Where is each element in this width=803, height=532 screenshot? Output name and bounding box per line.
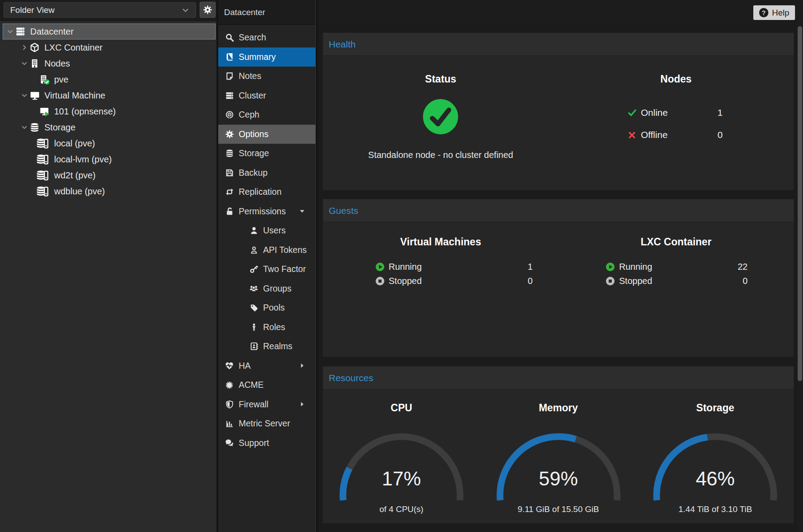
resources-panel: Resources CPU 17% of 4 CPU(s) Memory 59% [323,366,794,524]
guests-title: Guests [329,205,358,216]
content-scrollbar [797,24,803,532]
menu-item-cluster[interactable]: Cluster [218,86,315,106]
tree-item-storage-local[interactable]: local (pve) [3,135,216,151]
menu-item-acme[interactable]: ACME [218,375,315,395]
menu-item-notes[interactable]: Notes [218,67,315,86]
online-count: 1 [717,107,723,118]
tree-item-label: wd2t (pve) [54,170,95,181]
bar-chart-icon [224,419,235,428]
tree-item-pve[interactable]: pve [3,71,216,87]
menu-item-metric-server[interactable]: Metric Server [218,414,315,433]
view-mode-select[interactable]: Folder View [4,2,196,18]
status-message: Standalone node - no cluster defined [368,150,513,160]
monitor-icon [29,91,40,101]
tree-item-label: pve [54,75,68,85]
database-drive-icon [35,169,50,181]
tree-item-storage-local-lvm[interactable]: local-lvm (pve) [3,151,216,167]
chevron-down-icon[interactable] [6,28,15,35]
tree-item-datacenter[interactable]: Datacenter [3,24,216,39]
play-circle-icon [374,262,386,272]
menu-item-permissions[interactable]: Permissions [218,202,315,221]
health-title: Health [329,39,356,50]
tree-item-storage-wdblue[interactable]: wdblue (pve) [3,183,216,199]
menu-item-search[interactable]: Search [218,28,315,47]
cross-icon [627,131,638,139]
menu-item-ceph[interactable]: Ceph [218,105,315,125]
menu-item-firewall[interactable]: Firewall [218,395,315,414]
gear-icon [224,130,235,138]
menu-item-support[interactable]: Support [218,433,315,453]
datacenter-menu-panel: Datacenter Search Summary Notes Cluster … [218,0,316,532]
help-button[interactable]: ? Help [753,5,795,20]
menu-item-replication[interactable]: Replication [218,182,315,202]
menu-item-realms[interactable]: Realms [218,337,315,356]
search-icon [224,33,235,42]
guests-panel: Guests Virtual Machines Running 1 Stoppe… [323,199,794,357]
tree-item-label: 101 (opnsense) [54,106,116,117]
summary-content: Health Status Standalone node - no clust… [318,24,797,532]
person-icon [248,323,259,331]
user-icon [248,226,259,235]
tree-item-nodes[interactable]: Nodes [3,55,216,71]
lxc-running-row: Running 22 [605,260,748,274]
vm-running-count: 1 [527,262,532,272]
view-mode-value: Folder View [10,5,181,15]
storage-gauge-sublabel: 1.44 TiB of 3.10 TiB [678,505,752,514]
menu-item-roles[interactable]: Roles [218,318,315,337]
chevron-down-icon[interactable] [20,124,29,131]
memory-gauge: 59% [492,424,625,504]
tree-item-label: local-lvm (pve) [54,154,112,165]
tree-settings-button[interactable] [200,2,216,18]
menu-item-summary[interactable]: Summary [218,47,315,67]
scrollbar-thumb[interactable] [798,26,802,381]
storage-gauge-column: Storage 46% 1.44 TiB of 3.10 TiB [637,390,794,523]
floppy-icon [224,169,235,177]
menu-item-two-factor[interactable]: Two Factor [218,260,315,279]
tree-item-label: LXC Container [44,43,102,53]
cpu-gauge-sublabel: of 4 CPU(s) [379,505,423,514]
vm-stopped-row: Stopped 0 [374,274,533,288]
caret-right-icon[interactable] [299,401,306,408]
building-check-icon [39,75,50,85]
gear-icon [203,5,212,14]
comments-icon [224,438,235,447]
chevron-down-icon[interactable] [20,92,29,99]
nodes-online-row: Online 1 [627,102,723,124]
tag-icon [248,303,259,312]
memory-gauge-column: Memory 59% 9.11 GiB of 15.50 GiB [480,390,637,523]
tree-item-label: wdblue (pve) [54,186,105,197]
health-status-column: Status Standalone node - no cluster defi… [323,56,559,190]
tree-item-storage[interactable]: Storage [3,119,216,135]
menu-item-storage[interactable]: Storage [218,144,315,163]
tree-item-storage-wd2t[interactable]: wd2t (pve) [3,167,216,183]
play-circle-icon [605,262,616,272]
tree-item-lxc-container[interactable]: LXC Container [3,39,216,55]
menu-item-api-tokens[interactable]: API Tokens [218,240,315,260]
menu-item-groups[interactable]: Groups [218,279,315,299]
caret-right-icon[interactable] [299,362,306,369]
building-icon [29,59,40,68]
chevron-down-icon[interactable] [20,60,29,67]
ceph-icon [224,110,235,119]
tree-item-vm-101[interactable]: 101 (opnsense) [3,103,216,119]
acme-icon [224,381,235,389]
chevron-right-icon[interactable] [20,44,29,51]
storage-gauge: 46% [649,424,782,504]
menu-item-options[interactable]: Options [218,125,315,144]
menu-item-ha[interactable]: HA [218,356,315,376]
health-panel: Health Status Standalone node - no clust… [323,32,794,190]
vm-heading: Virtual Machines [323,236,559,248]
nodes-offline-row: Offline 0 [627,124,723,146]
tree-item-label: Virtual Machine [44,91,105,101]
cpu-gauge-value: 17% [335,468,468,490]
stop-circle-icon [374,276,386,286]
database-icon [29,122,40,132]
menu-item-backup[interactable]: Backup [218,163,315,183]
menu-item-users[interactable]: Users [218,221,315,240]
caret-down-icon[interactable] [299,208,306,215]
tree-item-virtual-machine[interactable]: Virtual Machine [3,87,216,103]
menu-item-pools[interactable]: Pools [218,298,315,318]
content-toolbar: ? Help [318,0,803,24]
resource-tree-panel: Folder View Datacenter LXC Container N [0,0,216,532]
replication-icon [224,188,235,196]
